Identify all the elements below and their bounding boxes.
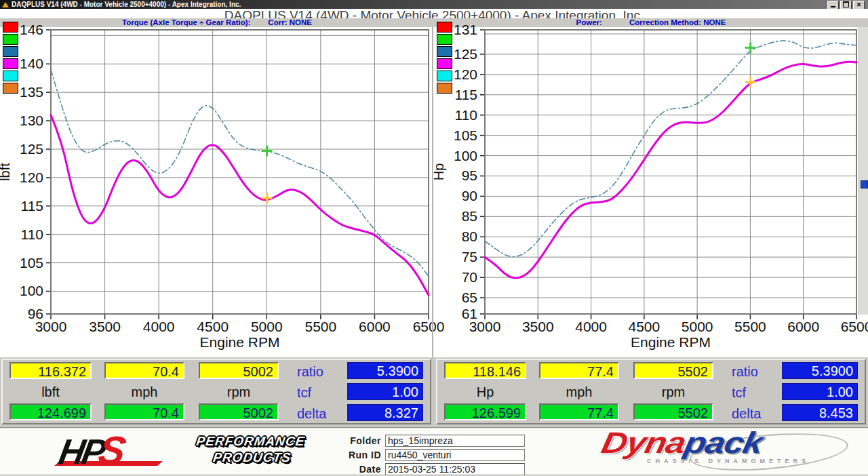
power-section-header: Power:Correction Method: NONE [434, 18, 868, 27]
torque-y-tick-label: 140 [20, 56, 43, 71]
power-y-tick-label: 80 [462, 229, 477, 244]
power-reference-rpm: 5502 [633, 403, 713, 420]
right-scrollbar[interactable] [859, 27, 868, 315]
hps-tagline-2: PRODUCTS [212, 450, 304, 466]
power-x-tick-label: 5000 [682, 319, 713, 334]
torque-ratio-value: 5.3900 [347, 362, 423, 379]
torque-y-tick-label: 125 [20, 141, 43, 157]
power-x-tick-label: 4500 [628, 319, 660, 334]
scrollbar-handle[interactable] [861, 180, 868, 189]
torque-ratio-label: ratio [297, 364, 344, 380]
power-x-tick-label: 5500 [734, 319, 766, 334]
minimize-icon [831, 6, 835, 7]
charts-region: 1461401351301251201151101051009630003500… [0, 27, 868, 357]
power-x-tick-label: 6000 [787, 319, 819, 334]
app-icon [2, 2, 9, 7]
chart-divider [432, 27, 433, 357]
torque-x-tick-label: 4000 [143, 319, 175, 334]
power-y-tick-label: 75 [462, 249, 477, 264]
power-y-tick-label: 115 [455, 87, 477, 102]
power-readout-panel: 118.146 77.4 5502 Hp mph rpm 126.599 77.… [436, 359, 866, 424]
power-current-value: 118.146 [444, 362, 526, 379]
date-field[interactable] [385, 463, 525, 475]
power-ratio-label: ratio [732, 364, 779, 380]
torque-current-run-curve [51, 115, 429, 296]
power-reference-run-curve [485, 41, 856, 256]
power-y-tick-label: 70 [462, 269, 477, 285]
power-y-tick-label: 125 [454, 46, 477, 62]
readouts-region: 116.372 70.4 5002 lbft mph rpm 124.699 7… [0, 357, 868, 427]
section-header-strip: Torque (Axle Torque ÷ Gear Ratio):Corr: … [0, 18, 868, 27]
torque-y-tick-label: 146 [20, 22, 43, 37]
power-tcf-value: 1.00 [782, 383, 858, 400]
close-icon: ✕ [856, 1, 862, 9]
power-y-axis-label: Hp [431, 163, 446, 181]
restore-icon [843, 1, 849, 7]
torque-plot-area[interactable] [51, 30, 429, 314]
folder-label: Folder [317, 435, 385, 446]
power-x-tick-label: 4000 [575, 319, 607, 334]
torque-tcf-value: 1.00 [347, 383, 423, 400]
power-y-tick-label: 120 [454, 66, 477, 82]
power-unit-label: Hp [444, 384, 526, 400]
torque-x-tick-label: 3000 [35, 319, 67, 334]
torque-x-tick-label: 5500 [304, 319, 336, 334]
power-chart[interactable]: 1311251201151101051009590858075706561300… [434, 27, 868, 357]
torque-y-tick-label: 115 [21, 198, 43, 214]
hps-logo: HPS PERFORMANCE PRODUCTS [60, 431, 317, 471]
power-y-tick-label: 65 [462, 290, 477, 305]
power-current-mph: 77.4 [539, 362, 619, 379]
power-tcf-label: tcf [732, 385, 779, 401]
torque-x-tick-label: 4500 [197, 319, 229, 334]
torque-y-tick-label: 100 [20, 283, 43, 298]
torque-header-label: Torque (Axle Torque ÷ Gear Ratio): [122, 18, 250, 26]
date-label: Date [317, 464, 385, 475]
run-info-fields: Folder Run ID Date [317, 435, 534, 476]
window-title-bar[interactable]: DAQPLUS V14 (4WD - Motor Vehicle 2500+40… [0, 0, 868, 9]
torque-y-tick-label: 110 [21, 226, 43, 242]
torque-section-header: Torque (Axle Torque ÷ Gear Ratio):Corr: … [0, 18, 434, 27]
torque-y-axis-label: lbft [0, 163, 12, 181]
torque-tcf-label: tcf [297, 385, 344, 401]
power-y-tick-label: 90 [462, 188, 477, 203]
power-reference-value: 126.599 [444, 403, 526, 420]
run-id-label: Run ID [317, 450, 385, 460]
mph-unit-label: mph [104, 384, 184, 400]
run-id-field[interactable] [385, 449, 525, 461]
torque-correction-label: Corr: NONE [268, 18, 312, 26]
power-x-tick-label: 3000 [469, 319, 501, 334]
torque-y-tick-label: 105 [20, 255, 43, 271]
power-x-tick-label: 3500 [522, 319, 554, 334]
torque-delta-label: delta [297, 406, 344, 422]
torque-current-mph: 70.4 [104, 362, 184, 379]
torque-chart[interactable]: 1461401351301251201151101051009630003500… [0, 27, 434, 357]
power-y-tick-label: 85 [462, 208, 477, 224]
torque-y-tick-label: 120 [20, 170, 43, 185]
hps-tagline: PERFORMANCE PRODUCTS [193, 433, 307, 466]
power-delta-label: delta [732, 406, 779, 422]
power-current-rpm: 5502 [633, 362, 713, 379]
torque-x-axis-label: Engine RPM [200, 334, 280, 350]
torque-x-tick-label: 6000 [359, 319, 391, 334]
torque-reference-value: 124.699 [9, 403, 92, 420]
rpm-unit-label: rpm [199, 384, 279, 400]
torque-reference-mph: 70.4 [104, 403, 184, 420]
power-plot-area[interactable] [485, 30, 856, 314]
power-y-tick-label: 95 [462, 167, 477, 183]
dynapack-logo: Dynapack CHASSIS DYNAMOMETERS [591, 431, 863, 472]
folder-field[interactable] [385, 435, 525, 447]
power-y-tick-label: 110 [455, 107, 477, 123]
document-heading: DAQPLUS V14 (4WD - Motor Vehicle 2500+40… [224, 9, 644, 18]
dynapack-logo-dyna: Dyna [599, 426, 689, 459]
torque-current-value: 116.372 [9, 362, 92, 379]
torque-delta-value: 8.327 [347, 404, 423, 421]
power-reference-mph: 77.4 [539, 403, 619, 420]
mph-unit-label: mph [539, 384, 619, 400]
document-heading-strip: DAQPLUS V14 (4WD - Motor Vehicle 2500+40… [0, 9, 868, 18]
power-x-tick-label: 6500 [841, 319, 868, 334]
power-delta-value: 8.453 [782, 404, 858, 421]
dynapack-subtitle: CHASSIS DYNAMOMETERS [647, 458, 810, 464]
power-current-run-curve [485, 62, 856, 278]
torque-readout-panel: 116.372 70.4 5002 lbft mph rpm 124.699 7… [1, 359, 431, 424]
torque-x-tick-label: 3500 [89, 319, 121, 334]
